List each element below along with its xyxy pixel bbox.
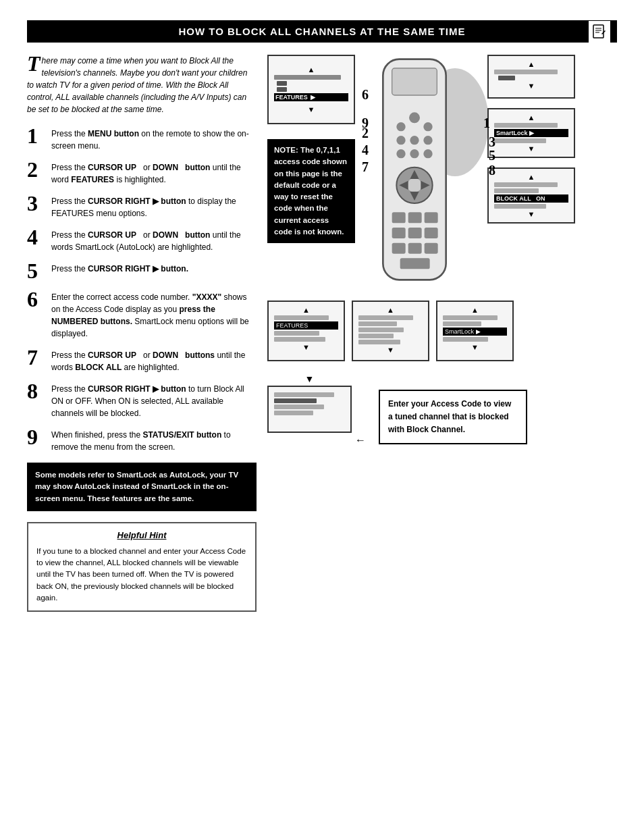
diag-num-8: 8 [489,163,495,178]
svg-rect-30 [425,243,438,254]
right-screens: ▲ ▼ ▲ SmartLock ▶ ▼ ▲ [487,55,575,229]
step-9: 9 When finished, press the STATUS/EXIT b… [27,426,257,453]
svg-point-17 [407,178,421,192]
svg-rect-25 [392,228,406,238]
svg-point-9 [423,122,432,131]
step-3-text: Press the CURSOR RIGHT ▶ button to displ… [51,192,257,219]
down-arrow: ▼ [305,373,315,384]
step-5-num: 5 [27,260,46,282]
diag-num-4: 4 [362,142,369,158]
step-3: 3 Press the CURSOR RIGHT ▶ button to dis… [27,192,257,219]
svg-point-7 [409,112,420,123]
left-column: T here may come a time when you want to … [27,55,257,612]
diag-num-5: 5 [489,148,495,163]
diag-num-2: 2 [362,126,369,141]
svg-point-12 [423,136,432,145]
svg-point-15 [423,149,432,158]
hint-title-text: Helpful Hint [117,530,167,540]
step-2-num: 2 [27,159,46,180]
step-4: 4 Press the CURSOR UP or DOWN button unt… [27,226,257,253]
helpful-hint-box: Helpful Hint If you tune to a blocked ch… [27,522,257,612]
svg-point-8 [396,122,405,131]
step-9-text: When finished, press the STATUS/EXIT but… [51,426,257,453]
svg-point-14 [410,149,419,158]
step-8: 8 Press the CURSOR RIGHT ▶ button to tur… [27,380,257,419]
screen-block-all: ▲ BLOCK ALL ON ▼ [487,167,575,224]
right-column: ▲ FEATURES ▶ ▼ NOTE: The 0,7,1,1 access … [267,55,617,612]
svg-point-13 [396,149,405,158]
step-2: 2 Press the CURSOR UP or DOWN button unt… [27,159,257,186]
step-7-text: Press the CURSOR UP or DOWN buttons unti… [51,346,257,373]
smartlock-note-text: Some models refer to SmartLock as AutoLo… [35,471,238,502]
step-6-text: Enter the correct access code number. "X… [51,288,257,340]
screen-row-2 [277,81,348,86]
svg-rect-6 [392,68,437,95]
svg-rect-23 [408,212,422,223]
note-icon [591,24,608,40]
header-icon [589,21,610,43]
left-screens: ▲ FEATURES ▶ ▼ NOTE: The 0,7,1,1 access … [267,55,355,250]
diag-num-1: 1 [483,115,490,131]
svg-rect-22 [392,212,406,223]
step-4-num: 4 [27,226,46,248]
note-box: NOTE: The 0,7,1,1 access code shown on t… [267,139,355,243]
step-6-num: 6 [27,288,46,310]
screen-row-3 [277,87,348,92]
screen-final [267,386,352,433]
svg-rect-0 [593,25,603,38]
intro-body: here may come a time when you want to Bl… [27,56,247,114]
step-4-text: Press the CURSOR UP or DOWN button until… [51,226,257,253]
svg-rect-27 [425,228,438,238]
screen-features: ▲ ▼ [487,55,575,99]
header-title: How to Block All Channels at the Same Ti… [178,26,465,37]
steps-list: 1 Press the MENU button on the remote to… [27,125,257,453]
step-6: 6 Enter the correct access code number. … [27,288,257,340]
intro-text: T here may come a time when you want to … [27,55,257,115]
smartlock-note: Some models refer to SmartLock as AutoLo… [27,463,257,511]
step-1-num: 1 [27,125,46,147]
step-1: 1 Press the MENU button on the remote to… [27,125,257,152]
step-5-text: Press the CURSOR RIGHT ▶ button. [51,260,188,275]
step-5: 5 Press the CURSOR RIGHT ▶ button. [27,260,257,282]
step-8-text: Press the CURSOR RIGHT ▶ button to turn … [51,380,257,419]
svg-rect-26 [408,228,422,238]
remote-svg [360,55,468,289]
svg-rect-31 [400,258,430,269]
svg-point-10 [396,136,405,145]
diag-num-7: 7 [362,159,369,175]
screen-row-1 [274,75,348,80]
svg-point-11 [410,136,419,145]
access-code-note: Enter your Access Code to view a tuned c… [379,390,527,445]
page-header: How to Block All Channels at the Same Ti… [27,20,617,43]
step-7-num: 7 [27,346,46,368]
hint-text: If you tune to a blocked channel and ent… [36,546,247,604]
note-text: NOTE: The 0,7,1,1 access code shown on t… [274,146,347,236]
step-2-text: Press the CURSOR UP or DOWN button until… [51,159,257,186]
step-8-num: 8 [27,380,46,402]
final-row: ▼ ← Enter your Access Code to view a tun… [267,373,617,445]
step-3-num: 3 [27,192,46,214]
step-7: 7 Press the CURSOR UP or DOWN buttons un… [27,346,257,373]
screen-row-features: FEATURES ▶ [274,93,348,101]
screen-bottom-c: ▲ SmartLock ▶ ▼ [436,301,514,361]
hint-title: Helpful Hint [36,530,247,540]
remote-diagram: 6 9 2 4 7 1 3 5 8 [360,55,482,291]
screen-smartlock: ▲ SmartLock ▶ ▼ [487,108,575,158]
access-code-note-text: Enter your Access Code to view a tuned c… [388,399,511,434]
svg-rect-24 [425,212,438,223]
dropcap: T [27,55,41,73]
left-arrow: ← [355,434,366,446]
svg-rect-29 [408,243,422,254]
svg-rect-28 [392,243,406,254]
screen-bottom-a: ▲ FEATURES ▼ [267,301,345,361]
step-9-num: 9 [27,426,46,448]
screen-main-menu: ▲ FEATURES ▶ ▼ [267,55,355,124]
step-1-text: Press the MENU button on the remote to s… [51,125,257,152]
diag-num-6: 6 [362,87,369,103]
bottom-screens-row: ▲ FEATURES ▼ ▲ ▼ ▲ [267,301,617,367]
screen-bottom-b: ▲ ▼ [352,301,429,361]
